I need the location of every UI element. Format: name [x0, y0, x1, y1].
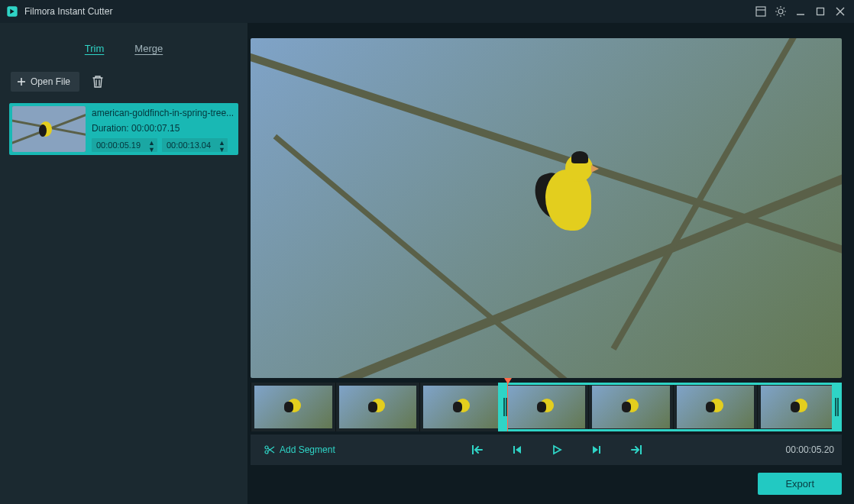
clip-thumbnail — [12, 106, 86, 152]
main-panel: Add Segment 00:00:05.20 Export — [247, 23, 854, 504]
clip-filename: american-goldfinch-in-spring-tree... — [92, 108, 235, 118]
maximize-button[interactable] — [813, 4, 828, 19]
in-timecode-input[interactable]: 00:00:05.19 ▲▼ — [92, 138, 157, 152]
app-title: Filmora Instant Cutter — [24, 6, 112, 17]
in-timecode-value: 00:00:05.19 — [96, 141, 141, 150]
panel-settings-icon[interactable] — [753, 4, 768, 19]
timeline-frame[interactable] — [251, 383, 335, 431]
playback-controls: Add Segment 00:00:05.20 — [251, 435, 842, 465]
playhead-icon[interactable] — [504, 378, 512, 384]
tab-trim[interactable]: Trim — [85, 43, 105, 54]
timeline-frame[interactable] — [335, 383, 420, 431]
set-out-button[interactable] — [628, 441, 645, 458]
close-button[interactable] — [833, 4, 848, 19]
video-preview[interactable] — [251, 38, 842, 378]
prev-icon — [512, 444, 522, 455]
next-icon — [591, 444, 602, 455]
delete-button[interactable] — [87, 71, 108, 92]
svg-line-9 — [784, 15, 784, 15]
timeline-frame[interactable] — [419, 383, 504, 431]
svg-line-10 — [777, 15, 778, 15]
timeline-frame[interactable] — [757, 383, 842, 431]
export-button[interactable]: Export — [758, 473, 842, 495]
clip-duration: Duration: 00:00:07.15 — [92, 123, 235, 134]
svg-point-22 — [39, 124, 47, 137]
play-button[interactable] — [548, 441, 565, 458]
tab-merge[interactable]: Merge — [134, 43, 163, 54]
app-logo-icon — [6, 5, 18, 18]
timeline-frame[interactable] — [673, 383, 758, 431]
time-readout: 00:00:05.20 — [773, 444, 834, 455]
svg-rect-13 — [817, 8, 824, 15]
stepper-icon[interactable]: ▲▼ — [148, 140, 155, 153]
add-segment-button[interactable]: Add Segment — [258, 441, 341, 458]
set-in-button[interactable] — [469, 441, 486, 458]
timeline[interactable] — [251, 383, 842, 431]
prev-frame-button[interactable] — [509, 441, 526, 458]
open-file-label: Open File — [31, 76, 70, 87]
set-out-icon — [630, 444, 642, 455]
theme-toggle-icon[interactable] — [773, 4, 788, 19]
preview-content — [522, 147, 614, 261]
svg-point-3 — [778, 9, 783, 14]
svg-rect-1 — [756, 7, 765, 16]
timeline-frame[interactable] — [588, 383, 673, 431]
out-timecode-value: 00:00:13.04 — [167, 141, 211, 150]
open-file-button[interactable]: Open File — [11, 72, 79, 92]
svg-line-8 — [777, 8, 778, 8]
stepper-icon[interactable]: ▲▼ — [218, 140, 225, 153]
sidebar: Trim Merge Open File american-goldfinch-… — [0, 23, 247, 504]
trash-icon — [92, 75, 104, 89]
out-timecode-input[interactable]: 00:00:13.04 ▲▼ — [162, 138, 228, 152]
svg-line-11 — [784, 8, 784, 8]
titlebar: Filmora Instant Cutter — [0, 0, 854, 23]
plus-icon — [17, 77, 26, 86]
scissors-icon — [264, 444, 275, 455]
set-in-icon — [471, 444, 484, 455]
next-frame-button[interactable] — [588, 441, 605, 458]
timeline-frame[interactable] — [504, 383, 589, 431]
play-icon — [552, 444, 562, 455]
minimize-button[interactable] — [793, 4, 808, 19]
clip-item[interactable]: american-goldfinch-in-spring-tree... Dur… — [9, 103, 238, 155]
playhead-line — [507, 383, 508, 431]
add-segment-label: Add Segment — [280, 444, 335, 455]
